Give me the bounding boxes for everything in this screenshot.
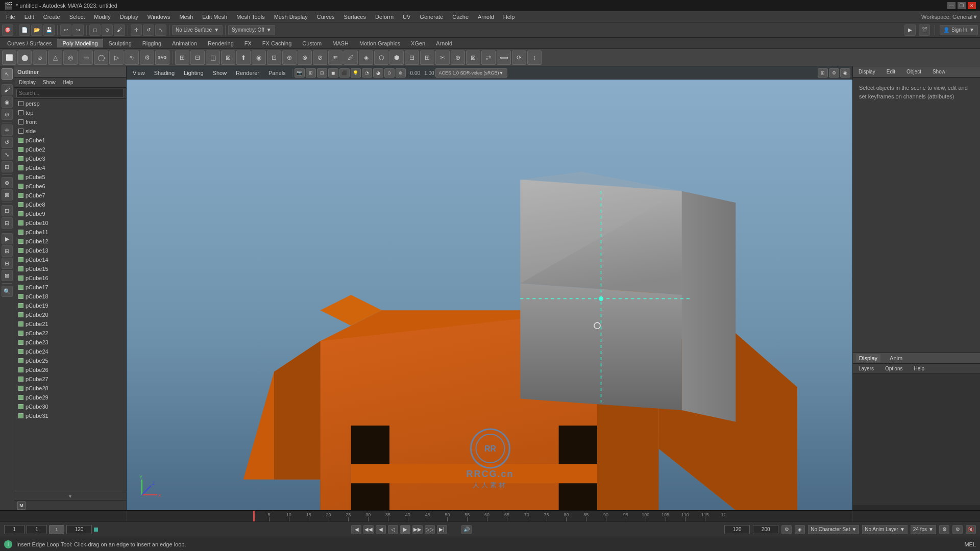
outliner-item-pcube16[interactable]: pCube16 xyxy=(14,273,126,283)
tool-snap-pt[interactable]: ⊛ xyxy=(2,177,13,188)
vp-menu-panels[interactable]: Panels xyxy=(264,69,290,77)
shelf-icon-orient[interactable]: ⟳ xyxy=(512,51,526,65)
outliner-item-pcube22[interactable]: pCube22 xyxy=(14,329,126,338)
outliner-item-pcube8[interactable]: pCube8 xyxy=(14,200,126,209)
menu-mesh[interactable]: Mesh xyxy=(175,13,197,21)
outliner-item-pcube31[interactable]: pCube31 xyxy=(14,411,126,420)
sound-btn[interactable]: 🔊 xyxy=(461,525,472,534)
tool-paint-sel[interactable]: 🖌 xyxy=(2,84,13,95)
outliner-item-pcube11[interactable]: pCube11 xyxy=(14,228,126,237)
shelf-tab-sculpting[interactable]: Sculpting xyxy=(104,39,137,47)
no-character-set-dropdown[interactable]: No Character Set ▼ xyxy=(808,525,859,534)
vp-isolate-btn[interactable]: ◉ xyxy=(840,68,850,78)
layers-scrollbar[interactable] xyxy=(853,505,980,510)
menu-mesh-display[interactable]: Mesh Display xyxy=(270,13,312,21)
outliner-menu-display[interactable]: Display xyxy=(16,79,38,86)
shelf-icon-sculpt[interactable]: 🖊 xyxy=(344,51,358,65)
time-options-btn[interactable]: ⚙ xyxy=(939,525,949,534)
frame-end-input[interactable] xyxy=(66,525,92,534)
minimize-button[interactable]: — xyxy=(947,2,955,9)
shelf-icon-pipe[interactable]: ▷ xyxy=(109,51,124,65)
menu-uv[interactable]: UV xyxy=(399,13,414,21)
vp-wire-btn[interactable]: ⊟ xyxy=(317,68,327,78)
outliner-item-pcube3[interactable]: pCube3 xyxy=(14,154,126,163)
outliner-menu-help[interactable]: Help xyxy=(60,79,76,86)
shelf-icon-flip[interactable]: ⟺ xyxy=(497,51,511,65)
tb-lasso[interactable]: ⊘ xyxy=(102,24,113,36)
shelf-tab-mash[interactable]: MASH xyxy=(327,39,354,47)
tool-lasso[interactable]: ⊘ xyxy=(2,109,13,120)
shelf-icon-mirror[interactable]: ⊟ xyxy=(190,51,205,65)
shelf-tab-custom[interactable]: Custom xyxy=(297,39,327,47)
outliner-menu-show[interactable]: Show xyxy=(40,79,58,86)
layers-menu-options[interactable]: Options xyxy=(883,365,905,372)
outliner-item-pcube6[interactable]: pCube6 xyxy=(14,182,126,191)
anim-controls-btn[interactable]: ⚙ xyxy=(781,525,792,534)
outliner-item-pcube24[interactable]: pCube24 xyxy=(14,347,126,356)
timeline-ruler[interactable]: 0510152025303540455055606570758085909510… xyxy=(253,511,725,521)
play-fwd-btn[interactable]: ▶ xyxy=(400,525,410,534)
outliner-item-pcube17[interactable]: pCube17 xyxy=(14,283,126,292)
outliner-item-pcube18[interactable]: pCube18 xyxy=(14,292,126,301)
tb-undo[interactable]: ↩ xyxy=(60,24,71,36)
menu-create[interactable]: Create xyxy=(39,13,64,21)
menu-help[interactable]: Help xyxy=(499,13,519,21)
shelf-icon-norm[interactable]: ↕ xyxy=(527,51,542,65)
menu-mesh-tools[interactable]: Mesh Tools xyxy=(232,13,268,21)
shelf-icon-uv-editor[interactable]: ⊟ xyxy=(405,51,419,65)
shelf-icon-layout[interactable]: ⊠ xyxy=(466,51,480,65)
sound-mute-btn[interactable]: 🔇 xyxy=(966,525,976,534)
vp-menu-view[interactable]: View xyxy=(129,69,149,77)
outliner-item-pcube4[interactable]: pCube4 xyxy=(14,163,126,172)
shelf-icon-bevel[interactable]: ◫ xyxy=(206,51,220,65)
shelf-tab-arnold[interactable]: Arnold xyxy=(431,39,457,47)
outliner-item-pcube9[interactable]: pCube9 xyxy=(14,209,126,218)
tool-universal[interactable]: ⊞ xyxy=(2,161,13,172)
outliner-item-pcube27[interactable]: pCube27 xyxy=(14,374,126,384)
shelf-icon-merge[interactable]: ⊕ xyxy=(282,51,297,65)
outliner-item-pcube25[interactable]: pCube25 xyxy=(14,356,126,365)
outliner-item-side[interactable]: side xyxy=(14,127,126,136)
tool-render[interactable]: ▶ xyxy=(2,233,13,244)
shelf-icon-extrude[interactable]: ⬆ xyxy=(236,51,251,65)
sign-in-btn[interactable]: 👤 Sign In ▼ xyxy=(940,25,978,35)
tool-sym[interactable]: ⊟ xyxy=(2,217,13,229)
shelf-tab-poly-modeling[interactable]: Poly Modeling xyxy=(57,39,103,47)
tb-paint[interactable]: 🖌 xyxy=(114,24,125,36)
tb-ipr-btn[interactable]: 🎬 xyxy=(919,24,930,36)
channels-menu-object[interactable]: Object xyxy=(904,68,924,75)
outliner-item-pcube15[interactable]: pCube15 xyxy=(14,264,126,273)
vp-cam-btn[interactable]: 📷 xyxy=(295,68,305,78)
outliner-item-pcube13[interactable]: pCube13 xyxy=(14,246,126,255)
outliner-scroll-bottom[interactable]: ▼ xyxy=(14,492,126,500)
outliner-item-front[interactable]: front xyxy=(14,117,126,127)
vp-expand-btn[interactable]: ⊞ xyxy=(818,68,828,78)
outliner-item-persp[interactable]: persp xyxy=(14,99,126,108)
vp-motion-blur-btn[interactable]: ⊙ xyxy=(384,68,395,78)
anim-end-1-input[interactable] xyxy=(724,525,750,534)
shelf-icon-cylinder[interactable]: ⌀ xyxy=(33,51,47,65)
outliner-item-pcube1[interactable]: pCube1 xyxy=(14,136,126,145)
menu-windows[interactable]: Windows xyxy=(143,13,175,21)
settings-btn[interactable]: ⚙ xyxy=(952,525,963,534)
tb-select[interactable]: ◻ xyxy=(89,24,101,36)
outliner-item-top[interactable]: top xyxy=(14,108,126,117)
tb-new[interactable]: 📄 xyxy=(19,24,30,36)
play-back-btn[interactable]: ◁ xyxy=(388,525,398,534)
close-button[interactable]: ✕ xyxy=(968,2,976,9)
tb-render-btn[interactable]: ▶ xyxy=(904,24,916,36)
outliner-item-pcube29[interactable]: pCube29 xyxy=(14,393,126,402)
menu-curves[interactable]: Curves xyxy=(313,13,339,21)
outliner-item-pcube26[interactable]: pCube26 xyxy=(14,365,126,374)
tool-seq[interactable]: ⊟ xyxy=(2,258,13,269)
outliner-item-pcube14[interactable]: pCube14 xyxy=(14,255,126,264)
tb-open[interactable]: 📂 xyxy=(31,24,42,36)
shelf-tab-curves-surfaces[interactable]: Curves / Surfaces xyxy=(2,39,57,47)
no-live-surface-dropdown[interactable]: No Live Surface ▼ xyxy=(172,25,223,35)
vp-dof-btn[interactable]: ⊛ xyxy=(396,68,406,78)
shelf-icon-smooth[interactable]: ≋ xyxy=(328,51,342,65)
prev-frame-btn[interactable]: ◀ xyxy=(376,525,386,534)
tool-search[interactable]: 🔍 xyxy=(2,286,13,297)
channels-menu-show[interactable]: Show xyxy=(930,68,948,75)
fps-dropdown[interactable]: 24 fps ▼ xyxy=(911,525,936,534)
